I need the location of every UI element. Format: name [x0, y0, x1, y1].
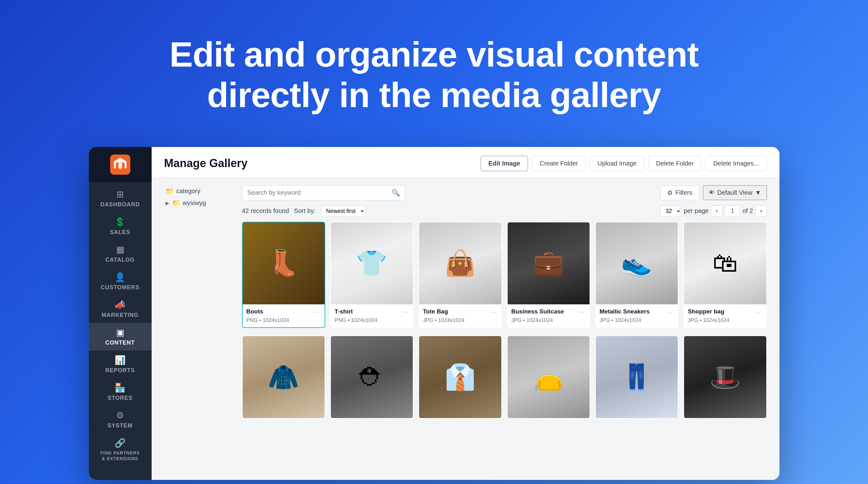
image-thumb-1: 👕 [331, 222, 413, 304]
sidebar-item-stores[interactable]: 🏪 STORES [89, 378, 152, 406]
image-card-7[interactable]: ⛑ [330, 335, 413, 419]
image-thumb-9: 👝 [507, 336, 590, 418]
prev-page-button[interactable]: ‹ [711, 205, 722, 217]
image-meta-4: JPG • 1024x1024 [599, 317, 674, 324]
page-title: Manage Gallery [164, 157, 248, 170]
image-meta-0: PNG • 1024x1024 [246, 317, 321, 324]
image-name-1: T-shirt [335, 308, 353, 315]
image-name-0: Boots [246, 308, 264, 315]
view-button[interactable]: 👁 Default View ▼ [703, 185, 767, 200]
gallery-meta: 42 records found Sort by: Newest first O… [242, 205, 767, 217]
folder-name-category: category [177, 187, 200, 195]
folder-item-category[interactable]: 📁 category [164, 185, 233, 197]
image-menu-0[interactable]: ··· [313, 307, 321, 316]
image-card-1[interactable]: 👕 T-shirt ··· PNG • 1024x1024 [330, 222, 413, 328]
sidebar-item-system[interactable]: ⚙ SYSTEM [89, 406, 152, 433]
image-menu-5[interactable]: ··· [755, 307, 763, 316]
suit2-image: 👔 [419, 336, 501, 418]
image-name-row: T-shirt ··· [335, 307, 409, 316]
app-window: ⊞ DASHBOARD 💲 SALES ▦ CATALOG 👤 CUSTOMER… [89, 147, 779, 480]
hero-title: Edit and organize visual content directl… [145, 35, 724, 116]
image-info-4: Metallic Sneakers ··· JPG • 1024x1024 [596, 304, 678, 327]
image-menu-3[interactable]: ··· [578, 307, 586, 316]
image-card-6[interactable]: 🧥 [242, 335, 325, 419]
sidebar-item-sales[interactable]: 💲 SALES [89, 212, 152, 240]
delete-images-button[interactable]: Delete Images... [705, 156, 767, 171]
sort-select[interactable]: Newest first Oldest first [321, 205, 365, 217]
image-thumb-6: 🧥 [243, 336, 324, 418]
hat-image: 🎩 [684, 336, 766, 418]
sidebar-item-marketing[interactable]: 📣 MARKETING [89, 295, 152, 323]
totebag-image: 👜 [419, 222, 501, 304]
sidebar-item-label: STORES [108, 395, 133, 401]
filters-button[interactable]: ⚙ Filters [660, 186, 699, 200]
image-name-row: Boots ··· [246, 307, 321, 316]
page-total: of 2 [742, 207, 753, 214]
per-page-label: per page [684, 207, 709, 214]
image-card-2[interactable]: 👜 Tote Bag ··· JPG • 1024x1024 [418, 222, 502, 328]
image-name-5: Shopper bag [688, 308, 724, 315]
main-content: Manage Gallery Edit Image Create Folder … [152, 147, 779, 480]
create-folder-button[interactable]: Create Folder [532, 156, 586, 171]
sidebar-item-label: FIND PARTNERS& EXTENSIONS [100, 450, 140, 461]
image-card-9[interactable]: 👝 [507, 335, 590, 419]
folder-item-wysiwyg[interactable]: ▶ 📁 wysiwyg [164, 197, 233, 209]
image-card-10[interactable]: 👖 [595, 335, 678, 419]
image-info-1: T-shirt ··· PNG • 1024x1024 [331, 304, 413, 327]
boots-image: 👢 [243, 222, 324, 304]
system-icon: ⚙ [116, 410, 124, 421]
image-card-5[interactable]: 🛍 Shopper bag ··· JPG • 1024x1024 [683, 222, 767, 328]
sidebar-item-label: DASHBOARD [100, 201, 140, 208]
marketing-icon: 📣 [115, 300, 126, 310]
sidebar-item-catalog[interactable]: ▦ CATALOG [89, 240, 152, 268]
search-icon: 🔍 [392, 189, 400, 197]
image-card-3[interactable]: 💼 Business Suitcase ··· JPG • 1024x1024 [507, 222, 590, 328]
image-info-2: Tote Bag ··· JPG • 1024x1024 [419, 304, 501, 327]
upload-image-button[interactable]: Upload Image [590, 156, 645, 171]
sidebar-item-partners[interactable]: 🔗 FIND PARTNERS& EXTENSIONS [89, 433, 152, 466]
partners-icon: 🔗 [115, 438, 126, 448]
image-thumb-4: 👟 [596, 222, 678, 304]
search-bar: 🔍 [242, 185, 405, 201]
sidebar-item-reports[interactable]: 📊 REPORTS [89, 351, 152, 378]
gallery-controls: 🔍 ⚙ Filters 👁 Default View ▼ [242, 185, 767, 201]
image-thumb-7: ⛑ [331, 336, 413, 418]
content-icon: ▣ [116, 327, 124, 338]
per-page-select[interactable]: 32 48 64 [660, 205, 681, 217]
sidebar-item-label: CONTENT [105, 339, 135, 346]
next-page-button[interactable]: › [755, 205, 767, 217]
image-name-3: Business Suitcase [512, 308, 564, 315]
delete-folder-button[interactable]: Delete Folder [648, 156, 702, 171]
pants-image: 👖 [596, 336, 678, 418]
briefcase-image: 💼 [507, 222, 590, 304]
sales-icon: 💲 [115, 217, 126, 227]
shopperbag-image: 🛍 [684, 222, 766, 304]
bag2-image: 👝 [507, 336, 590, 418]
image-card-0[interactable]: 👢 Boots ··· PNG • 1024x1024 [242, 222, 325, 328]
image-meta-1: PNG • 1024x1024 [335, 317, 409, 324]
sidebar-item-customers[interactable]: 👤 CUSTOMERS [89, 268, 152, 295]
image-info-3: Business Suitcase ··· JPG • 1024x1024 [507, 304, 590, 327]
magento-logo-icon [110, 154, 130, 175]
eye-icon: 👁 [709, 189, 715, 196]
search-input[interactable] [247, 189, 388, 196]
image-menu-1[interactable]: ··· [401, 307, 409, 316]
sidebar-item-content[interactable]: ▣ CONTENT [89, 323, 152, 351]
tshirt-image: 👕 [331, 222, 413, 304]
hero-section: Edit and organize visual content directl… [119, 0, 749, 147]
edit-image-button[interactable]: Edit Image [480, 156, 528, 171]
sidebar-item-label: SALES [110, 229, 130, 236]
image-card-8[interactable]: 👔 [418, 335, 502, 419]
image-thumb-2: 👜 [419, 222, 501, 304]
image-card-4[interactable]: 👟 Metallic Sneakers ··· JPG • 1024x1024 [595, 222, 678, 328]
sidebar-item-label: MARKETING [102, 312, 139, 319]
image-name-row: Tote Bag ··· [423, 307, 497, 316]
image-menu-4[interactable]: ··· [666, 307, 674, 316]
image-menu-2[interactable]: ··· [490, 307, 498, 316]
pagination: 32 48 64 per page ‹ 1 of 2 › [660, 205, 767, 217]
sidebar-item-label: CATALOG [105, 256, 135, 263]
image-card-11[interactable]: 🎩 [683, 335, 767, 419]
image-grid-row1: 👢 Boots ··· PNG • 1024x1024 👕 [242, 222, 767, 328]
sidebar-item-dashboard[interactable]: ⊞ DASHBOARD [89, 185, 152, 212]
image-meta-5: JPG • 1024x1024 [688, 317, 762, 324]
